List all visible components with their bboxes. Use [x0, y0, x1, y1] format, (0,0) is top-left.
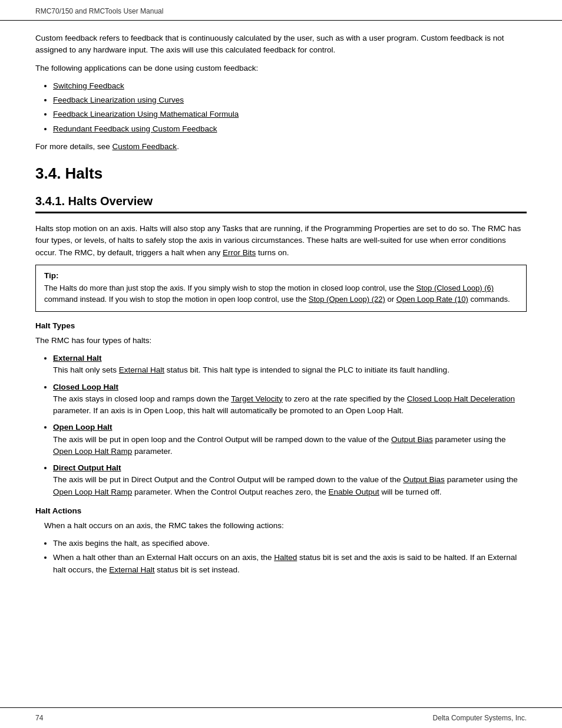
main-content: Custom feedback refers to feedback that …: [0, 21, 562, 707]
stop-open-loop-link[interactable]: Stop (Open Loop) (22): [309, 295, 385, 304]
overview-text2: turns on.: [256, 248, 289, 257]
more-details-text: For more details, see: [35, 142, 113, 151]
page: RMC70/150 and RMCTools User Manual Custo…: [0, 0, 562, 728]
ol-halt-text1: The axis will be put in open loop and th…: [53, 435, 391, 444]
do-halt-text1: The axis will be put in Direct Output an…: [53, 475, 403, 484]
cl-halt-text1: The axis stays in closed loop and ramps …: [53, 394, 231, 403]
external-halt-title: External Halt: [53, 354, 102, 363]
feedback-linearization-curves-link[interactable]: Feedback Linearization using Curves: [53, 95, 184, 104]
tip-label: Tip:: [44, 271, 518, 280]
header-text: RMC70/150 and RMCTools User Manual: [35, 7, 163, 15]
halt-types-list: External Halt This halt only sets Extern…: [53, 353, 527, 498]
intro-section: Custom feedback refers to feedback that …: [35, 32, 527, 153]
tip-text: The Halts do more than just stop the axi…: [44, 282, 518, 305]
halt-actions-intro-text: When a halt occurs on an axis, the RMC t…: [44, 521, 284, 530]
ol-halt-text2: parameter using the: [433, 435, 506, 444]
subsection-title: 3.4.1. Halts Overview: [35, 195, 527, 213]
external-halt-link2[interactable]: External Halt: [109, 565, 154, 574]
list-item: Open Loop Halt The axis will be put in o…: [53, 421, 527, 457]
enable-output-link[interactable]: Enable Output: [329, 487, 379, 496]
list-item: Feedback Linearization using Curves: [53, 94, 527, 106]
switching-feedback-link[interactable]: Switching Feedback: [53, 81, 124, 90]
company-name: Delta Computer Systems, Inc.: [433, 714, 527, 722]
halt-action-2-text1: When a halt other than an External Halt …: [53, 553, 274, 562]
direct-output-halt-desc: The axis will be put in Direct Output an…: [53, 475, 518, 496]
list-item: Feedback Linearization Using Mathematica…: [53, 108, 527, 120]
error-bits-link[interactable]: Error Bits: [223, 248, 256, 257]
list-item: Direct Output Halt The axis will be put …: [53, 462, 527, 498]
halt-action-2-text3: status bit is set instead.: [155, 565, 240, 574]
external-halt-link[interactable]: External Halt: [119, 365, 164, 374]
list-item: Redundant Feedback using Custom Feedback: [53, 123, 527, 135]
tip-text2: command instead. If you wish to stop the…: [44, 295, 309, 304]
ext-halt-text1: This halt only sets: [53, 365, 119, 374]
halt-types-title: Halt Types: [35, 321, 527, 330]
intro-paragraph2: The following applications can be done u…: [35, 62, 527, 74]
cl-halt-text2: to zero at the rate specified by the: [283, 394, 407, 403]
output-bias-link2[interactable]: Output Bias: [403, 475, 445, 484]
list-item: Switching Feedback: [53, 80, 527, 92]
tip-text4: commands.: [468, 295, 510, 304]
halt-action-1: The axis begins the halt, as specified a…: [53, 539, 210, 548]
intro-paragraph1: Custom feedback refers to feedback that …: [35, 32, 527, 57]
do-halt-text2: parameter using the: [445, 475, 518, 484]
custom-feedback-link[interactable]: Custom Feedback: [113, 142, 177, 151]
list-item: The axis begins the halt, as specified a…: [53, 538, 527, 549]
open-loop-halt-title: Open Loop Halt: [53, 423, 113, 431]
list-item: External Halt This halt only sets Extern…: [53, 353, 527, 377]
page-header: RMC70/150 and RMCTools User Manual: [0, 0, 562, 21]
cl-halt-text3: parameter. If an axis is in Open Loop, t…: [53, 406, 404, 415]
do-halt-text3: parameter. When the Control Output reach…: [132, 487, 328, 496]
overview-paragraph: Halts stop motion on an axis. Halts will…: [35, 223, 527, 259]
ol-halt-ramp-link2[interactable]: Open Loop Halt Ramp: [53, 487, 132, 496]
page-number: 74: [35, 714, 43, 722]
page-footer: 74 Delta Computer Systems, Inc.: [0, 707, 562, 728]
direct-output-halt-title: Direct Output Halt: [53, 463, 121, 472]
halt-types-intro: The RMC has four types of halts:: [35, 335, 527, 347]
do-halt-text4: will be turned off.: [379, 487, 442, 496]
halt-actions-title: Halt Actions: [35, 506, 527, 515]
tip-box: Tip: The Halts do more than just stop th…: [35, 265, 527, 312]
tip-text3: or: [385, 295, 396, 304]
more-details-paragraph: For more details, see Custom Feedback.: [35, 141, 527, 153]
intro-links-list: Switching Feedback Feedback Linearizatio…: [53, 80, 527, 135]
stop-closed-loop-link[interactable]: Stop (Closed Loop) (6): [416, 284, 494, 292]
closed-loop-halt-desc: The axis stays in closed loop and ramps …: [53, 394, 515, 415]
output-bias-link1[interactable]: Output Bias: [391, 435, 433, 444]
cl-halt-decel-link[interactable]: Closed Loop Halt Deceleration: [407, 394, 515, 403]
open-loop-halt-desc: The axis will be put in open loop and th…: [53, 435, 505, 456]
ol-halt-ramp-link1[interactable]: Open Loop Halt Ramp: [53, 447, 132, 456]
closed-loop-halt-title: Closed Loop Halt: [53, 383, 118, 391]
redundant-feedback-link[interactable]: Redundant Feedback using Custom Feedback: [53, 124, 217, 133]
halted-link[interactable]: Halted: [274, 553, 297, 562]
feedback-linearization-math-link[interactable]: Feedback Linearization Using Mathematica…: [53, 110, 239, 118]
target-velocity-link[interactable]: Target Velocity: [231, 394, 283, 403]
list-item: When a halt other than an External Halt …: [53, 552, 527, 576]
section-title: 3.4. Halts: [35, 164, 527, 183]
list-item: Closed Loop Halt The axis stays in close…: [53, 381, 527, 417]
halt-actions-intro: When a halt occurs on an axis, the RMC t…: [35, 520, 527, 532]
tip-text1: The Halts do more than just stop the axi…: [44, 284, 416, 292]
ext-halt-text2: status bit. This halt type is intended t…: [164, 365, 449, 374]
external-halt-desc: This halt only sets External Halt status…: [53, 365, 449, 374]
more-details-end: .: [177, 142, 179, 151]
halt-actions-list: The axis begins the halt, as specified a…: [53, 538, 527, 576]
open-loop-rate-link[interactable]: Open Loop Rate (10): [396, 295, 468, 304]
ol-halt-text3: parameter.: [132, 447, 172, 456]
